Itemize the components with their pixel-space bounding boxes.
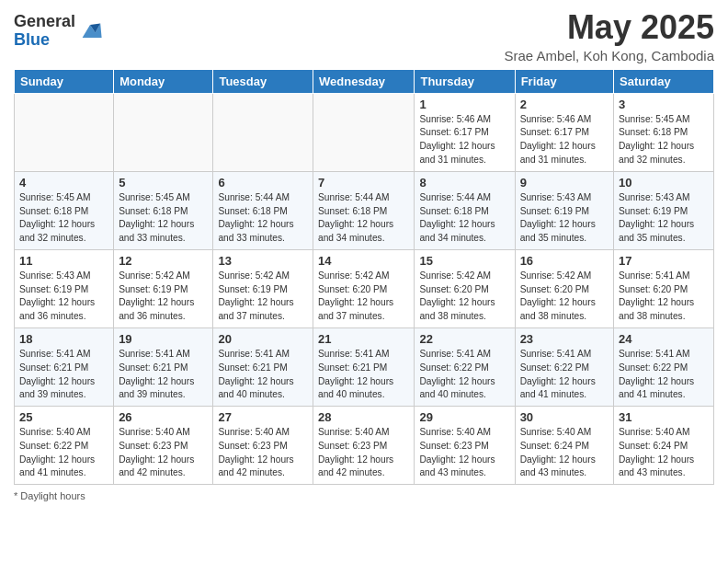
- calendar-day-header: Thursday: [415, 69, 515, 93]
- day-number: 2: [520, 98, 609, 111]
- day-number: 3: [619, 98, 709, 111]
- calendar-day-cell: 3Sunrise: 5:45 AM Sunset: 6:18 PM Daylig…: [614, 93, 714, 171]
- footer-note: * Daylight hours: [14, 490, 714, 501]
- calendar-day-cell: 19Sunrise: 5:41 AM Sunset: 6:21 PM Dayli…: [114, 327, 213, 406]
- calendar-day-cell: 20Sunrise: 5:41 AM Sunset: 6:21 PM Dayli…: [213, 327, 313, 406]
- logo-general-text: General: [14, 13, 75, 31]
- day-info: Sunrise: 5:41 AM Sunset: 6:21 PM Dayligh…: [218, 348, 308, 402]
- calendar-day-cell: 21Sunrise: 5:41 AM Sunset: 6:21 PM Dayli…: [313, 327, 415, 406]
- day-number: 8: [419, 176, 509, 190]
- day-info: Sunrise: 5:42 AM Sunset: 6:20 PM Dayligh…: [318, 270, 409, 324]
- calendar-day-cell: 26Sunrise: 5:40 AM Sunset: 6:23 PM Dayli…: [114, 407, 213, 485]
- calendar-week-row: 4Sunrise: 5:45 AM Sunset: 6:18 PM Daylig…: [15, 171, 714, 249]
- day-number: 10: [619, 176, 709, 190]
- day-number: 20: [218, 332, 308, 346]
- calendar-header-row: SundayMondayTuesdayWednesdayThursdayFrid…: [15, 69, 714, 93]
- logo-blue-text: Blue: [14, 31, 75, 50]
- day-number: 1: [419, 98, 509, 111]
- calendar-day-cell: 22Sunrise: 5:41 AM Sunset: 6:22 PM Dayli…: [415, 327, 515, 406]
- calendar-day-cell: 23Sunrise: 5:41 AM Sunset: 6:22 PM Dayli…: [515, 327, 613, 406]
- day-info: Sunrise: 5:42 AM Sunset: 6:20 PM Dayligh…: [520, 270, 609, 324]
- day-number: 12: [119, 254, 208, 268]
- day-info: Sunrise: 5:41 AM Sunset: 6:21 PM Dayligh…: [19, 348, 108, 402]
- calendar-table: SundayMondayTuesdayWednesdayThursdayFrid…: [14, 69, 714, 486]
- calendar-day-cell: 12Sunrise: 5:42 AM Sunset: 6:19 PM Dayli…: [114, 249, 213, 327]
- calendar-day-header: Saturday: [614, 69, 714, 93]
- day-number: 23: [520, 332, 609, 346]
- calendar-day-cell: [213, 93, 313, 171]
- day-info: Sunrise: 5:45 AM Sunset: 6:18 PM Dayligh…: [19, 191, 108, 246]
- day-info: Sunrise: 5:41 AM Sunset: 6:22 PM Dayligh…: [419, 348, 509, 402]
- location: Srae Ambel, Koh Kong, Cambodia: [505, 48, 714, 63]
- day-info: Sunrise: 5:45 AM Sunset: 6:18 PM Dayligh…: [619, 113, 709, 167]
- day-info: Sunrise: 5:40 AM Sunset: 6:24 PM Dayligh…: [520, 426, 609, 480]
- day-number: 21: [318, 332, 409, 346]
- calendar-day-cell: 28Sunrise: 5:40 AM Sunset: 6:23 PM Dayli…: [313, 407, 415, 485]
- day-number: 31: [619, 410, 709, 424]
- calendar-day-header: Monday: [114, 69, 213, 93]
- calendar-day-cell: 30Sunrise: 5:40 AM Sunset: 6:24 PM Dayli…: [515, 407, 613, 485]
- day-number: 17: [619, 254, 709, 268]
- calendar-day-cell: 24Sunrise: 5:41 AM Sunset: 6:22 PM Dayli…: [614, 327, 714, 406]
- calendar-day-cell: 10Sunrise: 5:43 AM Sunset: 6:19 PM Dayli…: [614, 171, 714, 249]
- calendar-day-cell: 29Sunrise: 5:40 AM Sunset: 6:23 PM Dayli…: [415, 407, 515, 485]
- day-number: 14: [318, 254, 409, 268]
- day-number: 6: [218, 176, 308, 190]
- page-container: General Blue May 2025 Srae Ambel, Koh Ko…: [0, 0, 728, 511]
- calendar-day-cell: 1Sunrise: 5:46 AM Sunset: 6:17 PM Daylig…: [415, 93, 515, 171]
- day-info: Sunrise: 5:41 AM Sunset: 6:22 PM Dayligh…: [520, 348, 609, 402]
- day-number: 4: [19, 176, 108, 190]
- day-info: Sunrise: 5:44 AM Sunset: 6:18 PM Dayligh…: [218, 191, 308, 246]
- day-number: 29: [419, 410, 509, 424]
- day-info: Sunrise: 5:41 AM Sunset: 6:21 PM Dayligh…: [318, 348, 409, 402]
- day-number: 28: [318, 410, 409, 424]
- calendar-day-cell: 15Sunrise: 5:42 AM Sunset: 6:20 PM Dayli…: [415, 249, 515, 327]
- day-number: 11: [19, 254, 108, 268]
- calendar-day-cell: 31Sunrise: 5:40 AM Sunset: 6:24 PM Dayli…: [614, 407, 714, 485]
- calendar-day-cell: 7Sunrise: 5:44 AM Sunset: 6:18 PM Daylig…: [313, 171, 415, 249]
- day-number: 13: [218, 254, 308, 268]
- day-info: Sunrise: 5:46 AM Sunset: 6:17 PM Dayligh…: [520, 113, 609, 167]
- calendar-day-cell: [114, 93, 213, 171]
- day-info: Sunrise: 5:42 AM Sunset: 6:20 PM Dayligh…: [419, 270, 509, 324]
- day-info: Sunrise: 5:40 AM Sunset: 6:22 PM Dayligh…: [19, 426, 108, 480]
- day-number: 7: [318, 176, 409, 190]
- calendar-day-header: Sunday: [15, 69, 114, 93]
- day-info: Sunrise: 5:41 AM Sunset: 6:20 PM Dayligh…: [619, 270, 709, 324]
- day-number: 5: [119, 176, 208, 190]
- calendar-week-row: 1Sunrise: 5:46 AM Sunset: 6:17 PM Daylig…: [15, 93, 714, 171]
- calendar-day-header: Wednesday: [313, 69, 415, 93]
- calendar-day-cell: 11Sunrise: 5:43 AM Sunset: 6:19 PM Dayli…: [15, 249, 114, 327]
- day-info: Sunrise: 5:44 AM Sunset: 6:18 PM Dayligh…: [318, 191, 409, 246]
- calendar-week-row: 18Sunrise: 5:41 AM Sunset: 6:21 PM Dayli…: [15, 327, 714, 406]
- calendar-day-cell: 13Sunrise: 5:42 AM Sunset: 6:19 PM Dayli…: [213, 249, 313, 327]
- day-info: Sunrise: 5:40 AM Sunset: 6:23 PM Dayligh…: [318, 426, 409, 480]
- day-info: Sunrise: 5:42 AM Sunset: 6:19 PM Dayligh…: [119, 270, 208, 324]
- calendar-day-cell: 2Sunrise: 5:46 AM Sunset: 6:17 PM Daylig…: [515, 93, 613, 171]
- day-info: Sunrise: 5:42 AM Sunset: 6:19 PM Dayligh…: [218, 270, 308, 324]
- day-number: 18: [19, 332, 108, 346]
- calendar-day-cell: 27Sunrise: 5:40 AM Sunset: 6:23 PM Dayli…: [213, 407, 313, 485]
- day-number: 26: [119, 410, 208, 424]
- title-block: May 2025 Srae Ambel, Koh Kong, Cambodia: [505, 9, 714, 63]
- day-info: Sunrise: 5:46 AM Sunset: 6:17 PM Dayligh…: [419, 113, 509, 167]
- day-info: Sunrise: 5:40 AM Sunset: 6:24 PM Dayligh…: [619, 426, 709, 480]
- calendar-day-cell: 6Sunrise: 5:44 AM Sunset: 6:18 PM Daylig…: [213, 171, 313, 249]
- calendar-day-cell: 4Sunrise: 5:45 AM Sunset: 6:18 PM Daylig…: [15, 171, 114, 249]
- calendar-day-cell: [15, 93, 114, 171]
- day-info: Sunrise: 5:43 AM Sunset: 6:19 PM Dayligh…: [520, 191, 609, 246]
- calendar-day-cell: 18Sunrise: 5:41 AM Sunset: 6:21 PM Dayli…: [15, 327, 114, 406]
- calendar-day-cell: 17Sunrise: 5:41 AM Sunset: 6:20 PM Dayli…: [614, 249, 714, 327]
- day-info: Sunrise: 5:41 AM Sunset: 6:22 PM Dayligh…: [619, 348, 709, 402]
- day-number: 19: [119, 332, 208, 346]
- day-number: 24: [619, 332, 709, 346]
- calendar-day-cell: 9Sunrise: 5:43 AM Sunset: 6:19 PM Daylig…: [515, 171, 613, 249]
- day-number: 30: [520, 410, 609, 424]
- calendar-day-cell: 16Sunrise: 5:42 AM Sunset: 6:20 PM Dayli…: [515, 249, 613, 327]
- calendar-day-cell: 8Sunrise: 5:44 AM Sunset: 6:18 PM Daylig…: [415, 171, 515, 249]
- calendar-day-cell: 5Sunrise: 5:45 AM Sunset: 6:18 PM Daylig…: [114, 171, 213, 249]
- day-info: Sunrise: 5:43 AM Sunset: 6:19 PM Dayligh…: [619, 191, 709, 246]
- day-info: Sunrise: 5:45 AM Sunset: 6:18 PM Dayligh…: [119, 191, 208, 246]
- day-info: Sunrise: 5:41 AM Sunset: 6:21 PM Dayligh…: [119, 348, 208, 402]
- calendar-day-header: Friday: [515, 69, 613, 93]
